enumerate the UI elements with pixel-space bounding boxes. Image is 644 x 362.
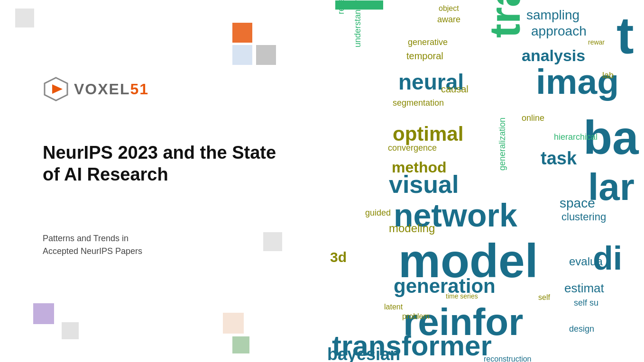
word-20: clustering xyxy=(561,212,606,222)
word-1: training xyxy=(484,0,526,38)
word-10: t xyxy=(616,9,634,62)
word-42: online xyxy=(522,114,544,122)
word-43: self xyxy=(538,294,550,301)
svg-marker-1 xyxy=(52,84,63,94)
logo-voxel: VOXEL xyxy=(74,81,130,98)
logo-text: VOXEL51 xyxy=(74,81,149,98)
word-45: generalization xyxy=(498,118,506,171)
deco-square-8 xyxy=(232,336,249,353)
word-36: modeling xyxy=(389,223,435,234)
word-37: latent xyxy=(384,303,403,311)
subtitle: Patterns and Trends in Accepted NeurIPS … xyxy=(43,232,142,258)
deco-square-1 xyxy=(232,23,252,43)
subtitle-line2: Accepted NeurIPS Papers xyxy=(43,245,142,258)
word-18: task xyxy=(541,149,577,167)
word-46: hierarchical xyxy=(554,133,598,141)
deco-square-7 xyxy=(223,313,244,334)
word-17: analysis xyxy=(522,47,585,63)
word-38: time series xyxy=(446,293,478,299)
word-30: causal xyxy=(441,84,469,94)
word-41: lab xyxy=(602,71,614,80)
voxel51-logo-icon xyxy=(43,76,69,102)
word-13: generation xyxy=(394,276,496,296)
main-title: NeurIPS 2023 and the State of AI Researc… xyxy=(43,142,294,185)
logo-num: 51 xyxy=(130,81,149,98)
word-31: segmentation xyxy=(393,99,444,107)
word-48: understanding xyxy=(353,0,362,47)
word-19: space xyxy=(560,197,595,210)
deco-square-3 xyxy=(232,45,252,65)
word-26: object xyxy=(439,5,459,12)
word-33: convergence xyxy=(388,144,437,152)
word-35: guided xyxy=(365,208,391,217)
word-25: reconstruction xyxy=(484,355,532,362)
deco-square-4 xyxy=(263,232,282,251)
deco-square-0 xyxy=(15,9,34,27)
word-15: sampling xyxy=(526,9,580,22)
word-27: aware xyxy=(437,15,460,24)
word-24: design xyxy=(569,325,594,333)
word-32: optimal xyxy=(393,124,463,144)
word-cloud: learningtrainingreinformodelnetworktrans… xyxy=(322,0,644,362)
right-panel: learningtrainingreinformodelnetworktrans… xyxy=(322,0,644,362)
deco-square-2 xyxy=(256,45,276,65)
word-29: temporal xyxy=(406,51,443,61)
word-28: generative xyxy=(408,38,448,46)
word-40: rewar xyxy=(588,39,605,45)
word-16: approach xyxy=(531,25,587,38)
word-44: 3d xyxy=(330,250,347,264)
word-39: problem xyxy=(402,313,430,320)
word-14: bayesian xyxy=(327,346,400,362)
word-9: imag xyxy=(536,64,619,100)
deco-square-5 xyxy=(33,303,54,324)
word-21: evalua xyxy=(569,256,603,267)
word-22: estimat xyxy=(564,282,604,294)
word-34: method xyxy=(392,160,447,175)
logo-area: VOXEL51 xyxy=(43,76,149,102)
subtitle-line1: Patterns and Trends in xyxy=(43,232,142,245)
deco-square-6 xyxy=(62,322,79,339)
title-heading: NeurIPS 2023 and the State of AI Researc… xyxy=(43,142,294,185)
word-47: reasoning xyxy=(337,0,345,14)
left-panel: VOXEL51 NeurIPS 2023 and the State of AI… xyxy=(0,0,322,362)
word-23: self su xyxy=(574,299,598,307)
